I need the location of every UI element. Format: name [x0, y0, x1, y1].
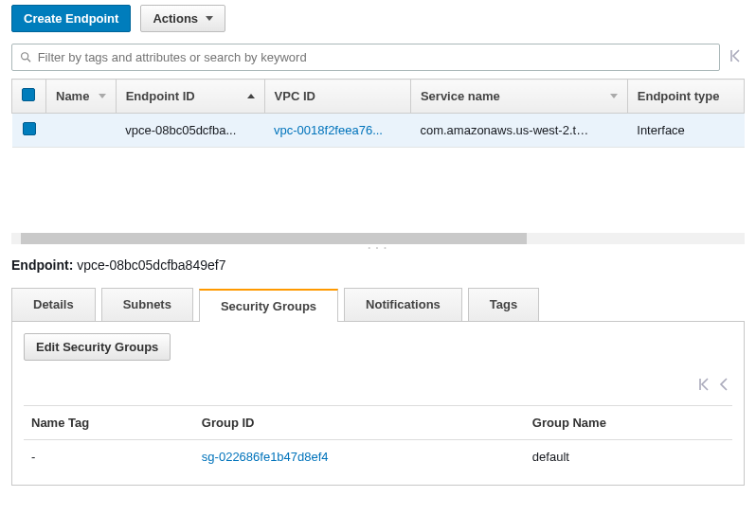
sg-cell-group-name: default — [525, 440, 732, 474]
sg-pagination — [24, 372, 732, 405]
chevron-down-icon — [206, 16, 213, 21]
cell-endpoint-type: Interface — [627, 114, 744, 148]
sg-row[interactable]: - sg-022686fe1b47d8ef4 default — [24, 440, 732, 474]
svg-point-0 — [22, 53, 28, 60]
checkbox-icon — [22, 88, 35, 101]
edit-security-groups-button[interactable]: Edit Security Groups — [24, 333, 171, 361]
page-first-icon[interactable] — [726, 49, 745, 65]
column-endpoint-type[interactable]: Endpoint type — [627, 80, 744, 114]
splitter-handle[interactable]: • • • — [11, 244, 745, 250]
actions-dropdown[interactable]: Actions — [140, 5, 225, 32]
svg-line-1 — [27, 59, 30, 62]
column-vpc-id[interactable]: VPC ID — [264, 80, 410, 114]
tab-details[interactable]: Details — [11, 288, 96, 321]
sort-icon — [99, 94, 106, 98]
tab-subnets[interactable]: Subnets — [101, 288, 193, 321]
sg-column-group-name[interactable]: Group Name — [525, 406, 732, 440]
sg-column-name-tag[interactable]: Name Tag — [24, 406, 194, 440]
filter-row — [0, 42, 756, 79]
column-name[interactable]: Name — [46, 80, 117, 114]
sort-asc-icon — [247, 94, 255, 98]
search-icon — [20, 51, 32, 63]
cell-endpoint-id: vpce-08bc05dcfba... — [116, 114, 264, 148]
security-groups-panel: Edit Security Groups Name Tag Group ID G… — [11, 321, 745, 486]
sg-column-group-id[interactable]: Group ID — [194, 406, 525, 440]
tab-notifications[interactable]: Notifications — [344, 288, 462, 321]
page-first-icon[interactable] — [698, 378, 710, 394]
sg-cell-name-tag: - — [24, 440, 194, 474]
action-bar: Create Endpoint Actions — [0, 0, 756, 42]
cell-service-name: com.amazonaws.us-west-2.tra... — [410, 114, 627, 148]
scrollbar-thumb[interactable] — [21, 233, 527, 244]
checkbox-header[interactable] — [12, 80, 46, 114]
actions-label: Actions — [153, 11, 198, 26]
sort-icon — [610, 94, 618, 98]
detail-title-prefix: Endpoint: — [11, 257, 73, 273]
page-prev-icon[interactable] — [719, 378, 729, 394]
endpoints-table: Name Endpoint ID VPC ID Service name End… — [11, 79, 745, 148]
tab-tags[interactable]: Tags — [468, 288, 539, 321]
tab-security-groups[interactable]: Security Groups — [199, 289, 338, 322]
security-groups-table: Name Tag Group ID Group Name - sg-022686… — [24, 405, 732, 473]
row-checkbox[interactable] — [23, 122, 36, 135]
column-endpoint-id[interactable]: Endpoint ID — [116, 80, 264, 114]
detail-header: Endpoint: vpce-08bc05dcfba849ef7 — [0, 254, 756, 282]
detail-tabs: Details Subnets Security Groups Notifica… — [11, 288, 745, 321]
filter-input[interactable] — [38, 50, 711, 64]
create-endpoint-button[interactable]: Create Endpoint — [11, 5, 131, 32]
table-row[interactable]: vpce-08bc05dcfba... vpc-0018f2feea76... … — [12, 114, 745, 148]
horizontal-scrollbar[interactable] — [11, 233, 745, 244]
sg-cell-group-id[interactable]: sg-022686fe1b47d8ef4 — [194, 440, 525, 474]
column-service-name[interactable]: Service name — [410, 80, 627, 114]
cell-vpc-id[interactable]: vpc-0018f2feea76... — [264, 114, 410, 148]
detail-title-value: vpce-08bc05dcfba849ef7 — [77, 257, 225, 273]
filter-box[interactable] — [11, 44, 720, 71]
cell-name — [46, 114, 117, 148]
endpoints-table-wrap: Name Endpoint ID VPC ID Service name End… — [11, 79, 745, 148]
